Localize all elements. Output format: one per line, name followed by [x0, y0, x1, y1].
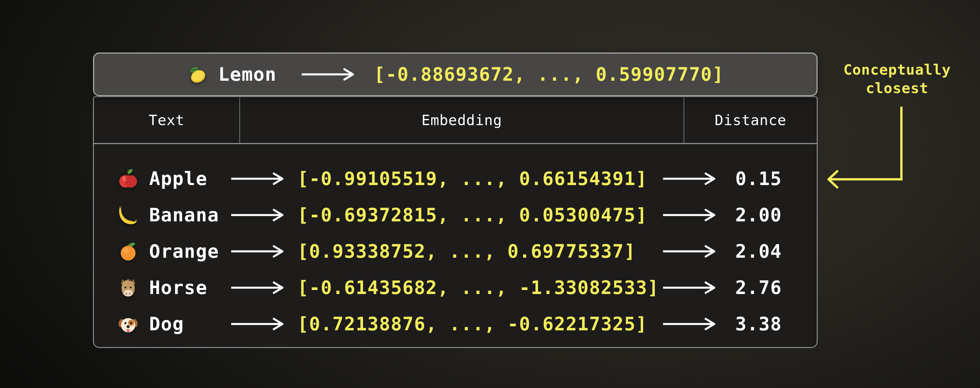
- embedding-distance-diagram: Lemon [-0.88693672, ..., 0.59907770] Tex…: [0, 0, 980, 388]
- row-embedding-value: [-0.61435682, ..., -1.33082533]: [298, 277, 659, 299]
- table-row-apple: Apple [-0.99105519, ..., 0.66154391] 0.1…: [94, 161, 817, 197]
- annotation-line1: Conceptually: [825, 61, 969, 79]
- row-distance-value: 0.15: [706, 168, 811, 189]
- table-row-horse: Horse [-0.61435682, ..., -1.33082533] 2.…: [94, 270, 817, 306]
- table-row-dog: Dog [0.72138876, ..., -0.62217325] 3.38: [94, 306, 817, 342]
- right-arrow-icon: [301, 68, 356, 81]
- table-column-headers: Text Embedding Distance: [94, 97, 817, 144]
- right-arrow-icon: [230, 209, 285, 221]
- right-arrow-icon: [230, 318, 285, 331]
- table-rows: Apple [-0.99105519, ..., 0.66154391] 0.1…: [94, 144, 817, 347]
- horse-emoji-icon: [118, 277, 139, 299]
- column-header-distance: Distance: [684, 97, 817, 143]
- annotation-line2: closest: [825, 79, 969, 97]
- banana-emoji-icon: [118, 204, 139, 226]
- annotation-elbow-arrow-icon: [823, 104, 906, 191]
- row-label: Orange: [149, 241, 219, 262]
- row-distance-value: 2.04: [706, 241, 811, 262]
- query-box: Lemon [-0.88693672, ..., 0.59907770]: [93, 53, 818, 96]
- row-label: Banana: [149, 204, 219, 226]
- row-distance-value: 2.00: [706, 204, 811, 226]
- row-embedding-value: [0.93338752, ..., 0.69775337]: [298, 241, 636, 262]
- row-label: Horse: [149, 277, 208, 299]
- right-arrow-icon: [230, 245, 285, 258]
- row-label: Apple: [149, 168, 208, 189]
- table-row-orange: Orange [0.93338752, ..., 0.69775337] 2.0…: [94, 233, 817, 270]
- dog-emoji-icon: [118, 313, 139, 335]
- annotation-conceptually-closest: Conceptually closest: [825, 61, 969, 97]
- row-embedding-value: [-0.69372815, ..., 0.05300475]: [298, 204, 648, 226]
- table-row-banana: Banana [-0.69372815, ..., 0.05300475] 2.…: [94, 197, 817, 233]
- apple-emoji-icon: [118, 168, 139, 189]
- embeddings-table: Text Embedding Distance Apple [-0.991055…: [93, 96, 818, 348]
- row-embedding-value: [0.72138876, ..., -0.62217325]: [298, 313, 648, 335]
- row-embedding-value: [-0.99105519, ..., 0.66154391]: [298, 168, 648, 189]
- lemon-emoji-icon: [186, 64, 208, 85]
- right-arrow-icon: [230, 172, 285, 185]
- query-embedding-value: [-0.88693672, ..., 0.59907770]: [374, 64, 724, 85]
- row-distance-value: 3.38: [706, 313, 811, 335]
- orange-emoji-icon: [118, 241, 139, 262]
- row-label: Dog: [149, 313, 184, 335]
- right-arrow-icon: [230, 281, 285, 294]
- query-label: Lemon: [218, 64, 277, 85]
- column-header-text: Text: [94, 97, 239, 143]
- column-header-embedding: Embedding: [239, 97, 684, 143]
- row-distance-value: 2.76: [706, 277, 811, 299]
